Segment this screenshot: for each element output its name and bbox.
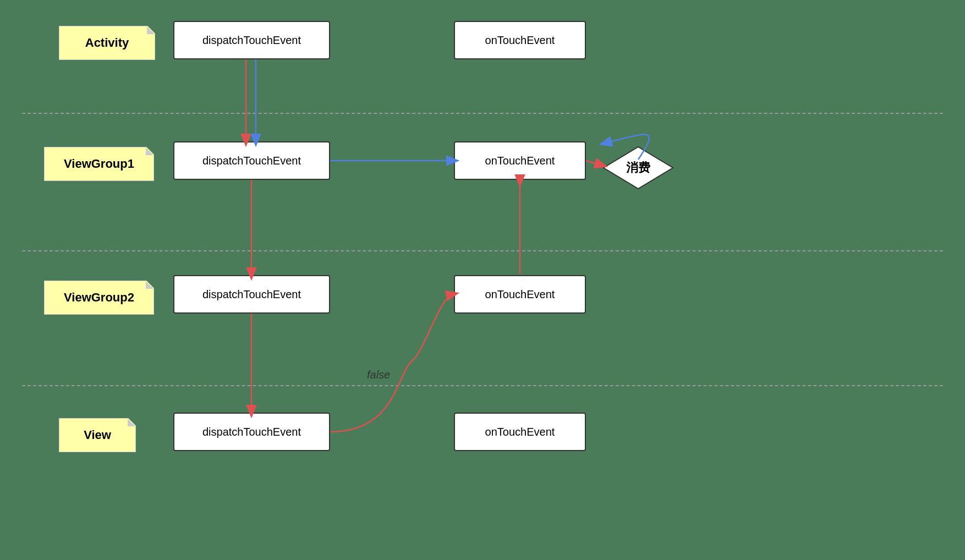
activity-dispatch-box: dispatchTouchEvent xyxy=(173,21,330,59)
activity-label: Activity xyxy=(59,26,155,60)
separator-1 xyxy=(22,113,943,114)
viewgroup1-label: ViewGroup1 xyxy=(44,147,154,181)
viewgroup1-dispatch-box: dispatchTouchEvent xyxy=(173,141,330,180)
diagram-container: Activity dispatchTouchEvent onTouchEvent… xyxy=(0,0,965,560)
viewgroup2-ontouch-box: onTouchEvent xyxy=(454,275,586,314)
viewgroup2-label: ViewGroup2 xyxy=(44,281,154,315)
activity-ontouch-box: onTouchEvent xyxy=(454,21,586,59)
svg-line-12 xyxy=(586,161,601,165)
diamond-label: 消费 xyxy=(602,146,674,190)
false-label: false xyxy=(365,367,392,382)
separator-2 xyxy=(22,250,943,251)
view-ontouch-box: onTouchEvent xyxy=(454,413,586,451)
separator-3 xyxy=(22,385,943,386)
diamond-container: 消费 xyxy=(602,146,674,190)
view-dispatch-box: dispatchTouchEvent xyxy=(173,413,330,451)
viewgroup2-dispatch-box: dispatchTouchEvent xyxy=(173,275,330,314)
viewgroup1-ontouch-box: onTouchEvent xyxy=(454,141,586,180)
view-label: View xyxy=(59,418,136,452)
